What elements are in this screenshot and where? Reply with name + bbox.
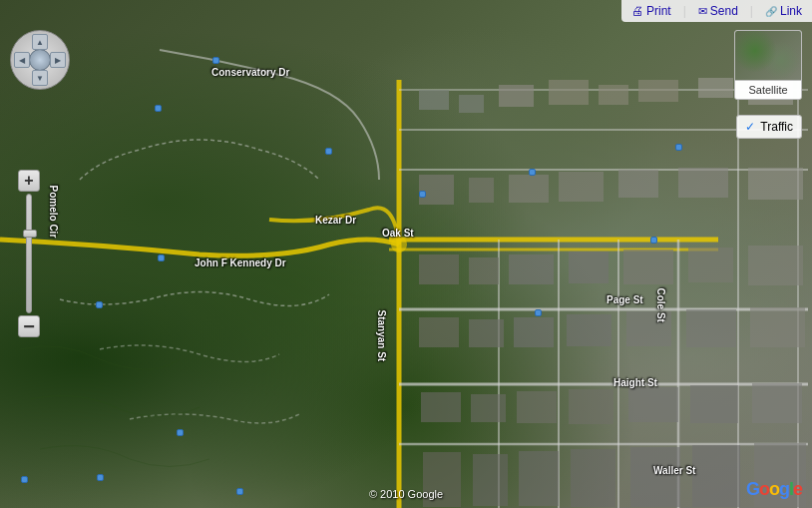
svg-rect-14 xyxy=(678,168,728,198)
copyright: © 2010 Google xyxy=(369,488,443,500)
svg-point-0 xyxy=(391,237,407,253)
pan-east-button[interactable]: ▶ xyxy=(50,52,66,68)
zoom-controls: + − xyxy=(18,170,40,337)
svg-rect-15 xyxy=(748,168,803,200)
svg-rect-6 xyxy=(638,80,678,102)
svg-rect-33 xyxy=(569,389,613,424)
nav-dot-10 xyxy=(96,301,103,308)
traffic-checkmark: ✓ xyxy=(745,120,755,134)
svg-rect-7 xyxy=(698,78,733,98)
top-bar: 🖨 Print | ✉ Send | 🔗 Link xyxy=(621,0,812,22)
road-network xyxy=(0,0,812,508)
svg-rect-12 xyxy=(559,172,604,202)
traffic-toggle[interactable]: ✓ Traffic xyxy=(736,115,802,139)
svg-rect-28 xyxy=(686,309,736,347)
svg-rect-25 xyxy=(514,317,554,347)
nav-dot-4 xyxy=(419,191,426,198)
svg-rect-41 xyxy=(630,447,680,507)
nav-dot-12 xyxy=(236,488,243,495)
nav-dot-6 xyxy=(675,144,682,151)
svg-rect-34 xyxy=(628,387,678,422)
nav-dot-11 xyxy=(97,474,104,481)
svg-rect-36 xyxy=(752,383,802,423)
send-label: Send xyxy=(710,4,738,18)
svg-rect-17 xyxy=(469,257,499,284)
svg-rect-1 xyxy=(419,90,449,110)
nav-dot-8 xyxy=(325,148,332,155)
send-link[interactable]: ✉ Send xyxy=(698,4,738,18)
nav-dot-9 xyxy=(535,309,542,316)
printer-icon: 🖨 xyxy=(631,4,643,18)
svg-rect-42 xyxy=(692,445,740,507)
svg-rect-31 xyxy=(471,394,506,422)
compass[interactable]: N ▲ ▼ ◀ ▶ xyxy=(10,30,70,90)
pan-center-button[interactable] xyxy=(29,49,51,71)
svg-rect-18 xyxy=(509,254,554,284)
nav-dot-1 xyxy=(212,57,219,64)
pan-west-button[interactable]: ◀ xyxy=(14,52,30,68)
email-icon: ✉ xyxy=(698,5,707,18)
svg-rect-11 xyxy=(509,175,549,203)
svg-rect-16 xyxy=(419,254,459,284)
divider-1: | xyxy=(683,4,686,18)
divider-2: | xyxy=(750,4,753,18)
zoom-out-button[interactable]: − xyxy=(18,315,40,337)
copyright-text: © 2010 Google xyxy=(369,488,443,500)
traffic-label: Traffic xyxy=(760,120,793,134)
svg-rect-40 xyxy=(571,449,615,507)
svg-rect-4 xyxy=(549,80,589,105)
svg-rect-3 xyxy=(499,85,534,107)
pan-north-button[interactable]: ▲ xyxy=(32,34,48,50)
svg-rect-2 xyxy=(459,95,484,113)
zoom-in-button[interactable]: + xyxy=(18,170,40,192)
svg-rect-24 xyxy=(469,319,504,347)
nav-controls: N ▲ ▼ ◀ ▶ xyxy=(10,30,70,94)
satellite-button[interactable]: Satellite xyxy=(735,81,801,99)
link-label: Link xyxy=(780,4,802,18)
svg-rect-35 xyxy=(690,385,738,423)
svg-rect-30 xyxy=(421,392,461,422)
svg-rect-20 xyxy=(623,250,673,284)
svg-rect-38 xyxy=(473,454,508,506)
svg-rect-39 xyxy=(519,451,559,506)
svg-rect-5 xyxy=(599,85,628,105)
zoom-track[interactable] xyxy=(26,194,32,313)
pan-south-button[interactable]: ▼ xyxy=(32,70,48,86)
svg-rect-19 xyxy=(569,252,609,283)
svg-rect-22 xyxy=(748,246,803,285)
map-container[interactable]: Oak St Page St Haight St Waller St Kezar… xyxy=(0,0,812,508)
google-logo: Google xyxy=(746,479,802,500)
nav-dot-7 xyxy=(650,237,657,244)
map-type-controls: Satellite xyxy=(734,30,802,100)
satellite-thumbnail[interactable] xyxy=(735,31,801,81)
link-link[interactable]: 🔗 Link xyxy=(765,4,802,18)
nav-dot-14 xyxy=(21,476,28,483)
nav-dot-2 xyxy=(155,105,162,112)
svg-rect-27 xyxy=(626,311,671,346)
svg-rect-29 xyxy=(750,307,805,347)
svg-rect-9 xyxy=(419,175,454,205)
nav-dot-13 xyxy=(177,429,184,436)
svg-rect-23 xyxy=(419,317,459,347)
svg-rect-32 xyxy=(517,391,557,423)
nav-dot-5 xyxy=(529,169,536,176)
svg-rect-21 xyxy=(688,248,733,282)
svg-rect-26 xyxy=(567,314,611,346)
nav-dot-3 xyxy=(158,254,165,261)
link-icon: 🔗 xyxy=(765,6,777,17)
zoom-thumb[interactable] xyxy=(23,230,37,238)
print-link[interactable]: 🖨 Print xyxy=(631,4,671,18)
print-label: Print xyxy=(646,4,671,18)
svg-rect-10 xyxy=(469,178,494,203)
svg-rect-13 xyxy=(618,170,658,198)
